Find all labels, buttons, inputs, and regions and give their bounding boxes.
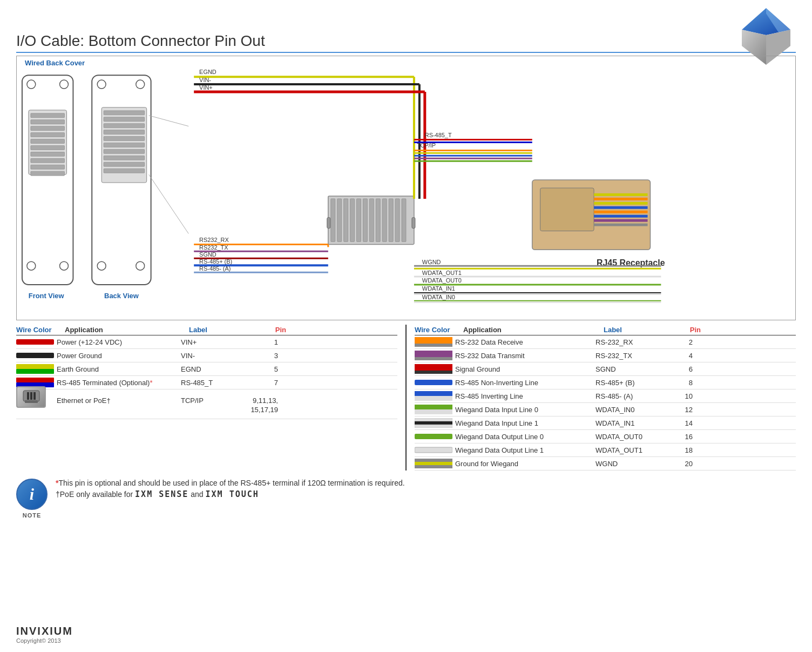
svg-rect-14 xyxy=(31,152,65,156)
cell-pin: 4 xyxy=(660,352,693,360)
table-row: RS-232 Data Transmit RS-232_TX 4 xyxy=(415,349,796,362)
label-header-left: Label xyxy=(189,326,254,334)
svg-rect-17 xyxy=(31,171,65,176)
svg-rect-126 xyxy=(415,367,452,371)
svg-rect-13 xyxy=(31,145,65,150)
note-label: NOTE xyxy=(23,512,42,519)
wire-swatch-red xyxy=(16,337,54,347)
svg-point-35 xyxy=(97,261,106,270)
svg-rect-136 xyxy=(415,434,452,439)
svg-rect-118 xyxy=(25,400,38,403)
cell-application: Ground for Wiegand xyxy=(455,460,596,468)
cell-pin: 20 xyxy=(660,460,693,468)
svg-text:WDATA_IN1: WDATA_IN1 xyxy=(422,285,455,292)
table-row: RS-485 Inverting Line RS-485- (A) 10 xyxy=(415,389,796,403)
wire-swatch-black xyxy=(16,351,54,360)
table-row: Wiegand Data Input Line 0 WDATA_IN0 12 xyxy=(415,403,796,416)
pin-table: Wire Color Application Label Pin Power (… xyxy=(16,325,796,470)
svg-rect-48 xyxy=(376,199,380,242)
svg-rect-47 xyxy=(369,199,374,242)
svg-rect-52 xyxy=(402,199,406,242)
note-text-block: *This pin is optional and should be used… xyxy=(56,479,405,499)
svg-text:SGND: SGND xyxy=(199,251,216,258)
brand-section: INVIXIUM Copyright© 2013 xyxy=(16,625,73,644)
svg-rect-57 xyxy=(594,193,647,196)
cell-application: Wiegand Data Input Line 0 xyxy=(455,406,596,414)
svg-point-18 xyxy=(27,261,36,270)
svg-rect-121 xyxy=(415,344,452,347)
cell-pin: 7 xyxy=(246,379,278,387)
cell-label: SGND xyxy=(596,365,660,373)
svg-rect-116 xyxy=(30,392,32,400)
svg-point-23 xyxy=(136,80,145,89)
svg-text:VIN-: VIN- xyxy=(199,77,211,83)
cell-label: WDATA_OUT1 xyxy=(596,446,660,454)
cell-application: Ethernet or PoE† xyxy=(57,392,181,405)
svg-line-38 xyxy=(149,116,189,126)
cell-label: TCP/IP xyxy=(181,392,246,405)
left-table-header: Wire Color Application Label Pin xyxy=(16,325,397,335)
cell-label: WDATA_IN1 xyxy=(596,419,660,427)
svg-text:Back View: Back View xyxy=(104,292,139,300)
cell-label: VIN- xyxy=(181,352,246,360)
svg-rect-50 xyxy=(389,199,393,242)
svg-line-39 xyxy=(149,174,189,233)
table-row: Wiegand Data Input Line 1 WDATA_IN1 14 xyxy=(415,416,796,430)
cell-label: RS-485+ (B) xyxy=(596,379,660,387)
note-text-1: *This pin is optional and should be used… xyxy=(56,479,405,487)
cell-label: RS-485- (A) xyxy=(596,392,660,400)
cell-application: RS-485 Terminated (Optional)* xyxy=(57,379,181,387)
wire-swatch-grayyellow xyxy=(415,459,452,468)
wire-swatch-bluewhite xyxy=(415,391,452,401)
wire-swatch-darkred xyxy=(415,364,452,374)
svg-rect-30 xyxy=(104,143,145,147)
cell-label: WDATA_IN0 xyxy=(596,406,660,414)
table-row: Ethernet or PoE† TCP/IP 9,11,13,15,17,19 xyxy=(16,389,397,419)
cell-pin: 8 xyxy=(660,379,693,387)
wire-swatch-greenyellow xyxy=(16,364,54,374)
cell-pin: 16 xyxy=(660,433,693,441)
cell-label: WGND xyxy=(596,460,660,468)
brand-name: INVIXIUM xyxy=(16,625,73,637)
pin-header-left: Pin xyxy=(254,326,286,334)
application-header-left: Application xyxy=(65,326,189,334)
svg-text:EGND: EGND xyxy=(199,69,216,75)
cell-application: Signal Ground xyxy=(455,365,596,373)
svg-text:RS232_RX: RS232_RX xyxy=(199,237,229,243)
svg-rect-62 xyxy=(594,215,647,218)
svg-rect-32 xyxy=(104,156,145,160)
cell-application: Power (+12-24 VDC) xyxy=(57,338,181,346)
cell-label: RS-232_TX xyxy=(596,352,660,360)
wire-color-header-right: Wire Color xyxy=(415,326,463,334)
application-header-right: Application xyxy=(463,326,604,334)
cell-application: RS-232 Data Receive xyxy=(455,338,596,346)
wire-color-header-left: Wire Color xyxy=(16,326,65,334)
svg-rect-133 xyxy=(415,418,452,421)
svg-rect-16 xyxy=(31,165,65,169)
svg-rect-140 xyxy=(415,465,452,468)
cell-label: VIN+ xyxy=(181,338,246,346)
svg-rect-130 xyxy=(415,396,452,401)
table-row: Power Ground VIN- 3 xyxy=(16,349,397,362)
svg-rect-15 xyxy=(31,158,65,163)
svg-rect-54 xyxy=(412,218,415,228)
wire-swatch-white xyxy=(415,445,452,455)
svg-rect-9 xyxy=(31,120,65,124)
svg-rect-43 xyxy=(344,199,348,242)
svg-rect-45 xyxy=(357,199,361,242)
svg-rect-4 xyxy=(22,75,73,285)
svg-rect-58 xyxy=(594,198,647,200)
svg-rect-123 xyxy=(415,354,452,357)
table-separator xyxy=(405,325,407,470)
svg-rect-53 xyxy=(327,218,330,228)
svg-rect-12 xyxy=(31,139,65,144)
right-table: Wire Color Application Label Pin RS-232 … xyxy=(415,325,796,470)
left-table: Wire Color Application Label Pin Power (… xyxy=(16,325,397,470)
cell-pin: 6 xyxy=(660,365,693,373)
svg-rect-46 xyxy=(363,199,367,242)
svg-rect-127 xyxy=(415,371,452,374)
svg-text:WDATA_OUT1: WDATA_OUT1 xyxy=(422,270,462,276)
cell-pin: 2 xyxy=(660,338,693,346)
svg-rect-31 xyxy=(104,149,145,153)
cell-label: WDATA_OUT0 xyxy=(596,433,660,441)
